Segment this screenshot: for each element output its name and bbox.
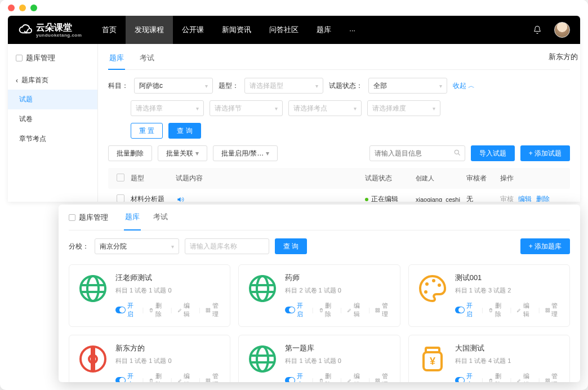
w2-query-button[interactable]: 查 询 bbox=[275, 238, 307, 254]
maximize-dot[interactable] bbox=[30, 5, 37, 11]
card-edit[interactable]: 编辑 bbox=[516, 302, 533, 318]
svg-rect-30 bbox=[208, 379, 210, 380]
review-link[interactable]: 审核 bbox=[500, 194, 514, 202]
nav-item[interactable]: 发现课程 bbox=[126, 16, 173, 44]
trash-icon bbox=[149, 307, 154, 313]
sidebar-item[interactable]: 试卷 bbox=[8, 109, 97, 129]
svg-rect-23 bbox=[548, 308, 550, 310]
toggle-icon bbox=[115, 377, 126, 382]
subject-select[interactable]: 阿萨德c▾ bbox=[134, 78, 213, 94]
delete-link[interactable]: 删除 bbox=[536, 194, 550, 202]
logo[interactable]: 云朵课堂 yunduoketang.com bbox=[18, 22, 82, 38]
card-delete[interactable]: 删除 bbox=[488, 372, 505, 382]
sidebar-item[interactable]: 章节考点 bbox=[8, 129, 97, 149]
search-input[interactable] bbox=[369, 145, 465, 161]
section-select[interactable]: 请选择节▾ bbox=[210, 100, 283, 116]
nav-item[interactable]: 新闻资讯 bbox=[213, 16, 260, 44]
card-manage[interactable]: 管理 bbox=[545, 372, 562, 382]
chevron-down-icon: ▾ bbox=[195, 149, 199, 157]
doc-icon bbox=[69, 214, 75, 221]
org-name: 新东方的 bbox=[549, 52, 580, 62]
svg-point-21 bbox=[424, 290, 427, 294]
checkbox-all[interactable] bbox=[117, 174, 124, 181]
tab[interactable]: 题库 bbox=[108, 51, 125, 70]
grid-icon bbox=[545, 378, 550, 383]
branch-select[interactable]: 南京分院▾ bbox=[95, 238, 179, 254]
difficulty-select[interactable]: 请选择难度▾ bbox=[367, 100, 440, 116]
tab[interactable]: 题库 bbox=[124, 205, 141, 231]
card-edit[interactable]: 编辑 bbox=[177, 302, 194, 318]
chapter-select[interactable]: 请选择章▾ bbox=[131, 100, 204, 116]
bank-name-input[interactable]: 请输入题库名称 bbox=[185, 238, 269, 254]
svg-line-1 bbox=[458, 154, 460, 156]
bank-card: 新东方的科目 1 试卷 1 试题 0开启|删除|编辑|管理 bbox=[69, 335, 230, 382]
card-delete[interactable]: 删除 bbox=[319, 372, 335, 382]
chevron-up-icon: ︿ bbox=[468, 81, 475, 91]
avatar[interactable] bbox=[554, 22, 570, 38]
edit-icon bbox=[347, 307, 352, 313]
bank-card: 第一题库科目 1 试卷 1 试题 0开启|删除|编辑|管理 bbox=[238, 335, 400, 382]
add-bank-button[interactable]: + 添加题库 bbox=[520, 238, 570, 254]
svg-point-19 bbox=[432, 279, 435, 282]
toggle-on[interactable]: 开启 bbox=[455, 372, 476, 382]
card-delete[interactable]: 删除 bbox=[319, 302, 335, 318]
toggle-on[interactable]: 开启 bbox=[285, 372, 306, 382]
status-select[interactable]: 全部▾ bbox=[368, 78, 447, 94]
doc-icon bbox=[16, 55, 23, 61]
card-icon bbox=[77, 343, 109, 375]
nav-item[interactable]: 公开课 bbox=[173, 16, 213, 44]
svg-rect-9 bbox=[208, 311, 210, 312]
nav-item[interactable]: 题库 bbox=[308, 16, 340, 44]
svg-rect-27 bbox=[91, 347, 95, 371]
sidebar-back[interactable]: ‹ 题库首页 bbox=[8, 71, 97, 90]
toggle-on[interactable]: 开启 bbox=[115, 302, 137, 318]
tab[interactable]: 考试 bbox=[139, 51, 155, 69]
sidebar-item[interactable]: 试题 bbox=[8, 90, 97, 109]
toggle-on[interactable]: 开启 bbox=[115, 372, 137, 382]
tab[interactable]: 考试 bbox=[152, 205, 169, 230]
reset-button[interactable]: 重 置 bbox=[131, 123, 163, 139]
import-button[interactable]: 导入试题 bbox=[471, 145, 515, 161]
card-edit[interactable]: 编辑 bbox=[516, 372, 533, 382]
edit-link[interactable]: 编辑 bbox=[518, 194, 532, 202]
card-delete[interactable]: 删除 bbox=[488, 302, 505, 318]
batch-toggle-button[interactable]: 批量启用/禁… ▾ bbox=[213, 145, 278, 161]
batch-delete-button[interactable]: 批量删除 bbox=[108, 145, 152, 161]
svg-rect-40 bbox=[378, 381, 380, 382]
bell-icon[interactable] bbox=[533, 25, 542, 34]
minimize-dot[interactable] bbox=[19, 5, 26, 11]
batch-relate-button[interactable]: 批量关联 ▾ bbox=[158, 145, 207, 161]
card-icon bbox=[247, 343, 278, 375]
svg-point-34 bbox=[257, 347, 268, 371]
edit-icon bbox=[177, 378, 182, 383]
card-sub: 科目 1 试卷 3 试题 2 bbox=[455, 286, 562, 295]
card-manage[interactable]: 管理 bbox=[545, 302, 562, 318]
toggle-on[interactable]: 开启 bbox=[455, 302, 476, 318]
checkbox[interactable] bbox=[117, 194, 124, 202]
card-edit[interactable]: 编辑 bbox=[177, 372, 194, 382]
card-manage[interactable]: 管理 bbox=[206, 302, 222, 318]
add-question-button[interactable]: + 添加试题 bbox=[520, 145, 570, 161]
card-manage[interactable]: 管理 bbox=[375, 372, 391, 382]
card-delete[interactable]: 删除 bbox=[149, 302, 165, 318]
collapse-link[interactable]: 收起 ︿ bbox=[453, 81, 475, 91]
card-manage[interactable]: 管理 bbox=[375, 302, 391, 318]
toggle-on[interactable]: 开启 bbox=[285, 302, 306, 318]
svg-rect-22 bbox=[546, 308, 547, 310]
search-icon[interactable] bbox=[453, 149, 461, 157]
nav-item[interactable]: 首页 bbox=[93, 16, 126, 44]
search-box[interactable] bbox=[369, 145, 465, 161]
nav-item[interactable]: 问答社区 bbox=[260, 16, 308, 44]
query-button[interactable]: 查 询 bbox=[168, 123, 201, 139]
logo-subtext: yunduoketang.com bbox=[36, 33, 82, 38]
close-dot[interactable] bbox=[8, 5, 15, 11]
card-edit[interactable]: 编辑 bbox=[347, 372, 363, 382]
point-select[interactable]: 请选择考点▾ bbox=[288, 100, 362, 116]
card-edit[interactable]: 编辑 bbox=[347, 302, 363, 318]
card-manage[interactable]: 管理 bbox=[206, 372, 222, 382]
type-select[interactable]: 请选择题型▾ bbox=[244, 78, 323, 94]
audio-icon[interactable] bbox=[176, 196, 365, 202]
nav-more[interactable]: ··· bbox=[340, 16, 364, 44]
app-window-1: 云朵课堂 yunduoketang.com 首页发现课程公开课新闻资讯问答社区题… bbox=[8, 16, 580, 202]
card-delete[interactable]: 删除 bbox=[149, 372, 165, 382]
